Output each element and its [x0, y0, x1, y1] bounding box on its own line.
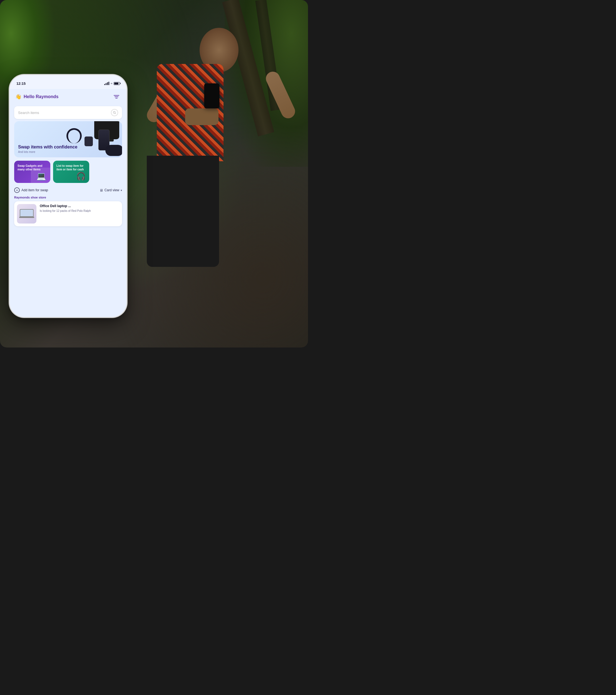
phone-frame: 12:15 ≈ 👋 Hello Raymonds — [10, 75, 126, 317]
category-list-text: List to swap item for item or item for c… — [56, 164, 86, 171]
action-row: + Add item for swap 🖥 Card view ▾ — [10, 185, 126, 194]
svg-point-0 — [114, 112, 115, 114]
person-held-phone — [204, 83, 220, 108]
search-placeholder: Search items — [18, 111, 108, 115]
battery-icon — [114, 82, 120, 85]
app-screen: 👋 Hello Raymonds Search items — [10, 89, 126, 317]
phone-mockup: 12:15 ≈ 👋 Hello Raymonds — [10, 75, 126, 317]
laptop-icon — [20, 209, 34, 219]
filter-icon — [114, 95, 119, 98]
item-desc: Is looking for 12 packs of Red Polo Ralp… — [40, 209, 119, 213]
view-label: Card view — [104, 188, 119, 192]
item-info: Office Dell laptop ... Is looking for 12… — [40, 204, 119, 223]
signal-icon — [104, 82, 109, 85]
search-icon[interactable] — [111, 109, 118, 116]
wifi-icon: ≈ — [110, 82, 112, 85]
greeting-text: Hello Raymonds — [24, 94, 58, 99]
hero-banner: Swap items with confidence And lots more — [14, 121, 122, 157]
category-card-list[interactable]: List to swap item for item or item for c… — [53, 161, 89, 183]
svg-line-1 — [115, 113, 116, 114]
person-pants — [147, 156, 219, 267]
status-bar: 12:15 ≈ — [10, 75, 126, 89]
hero-text: Swap items with confidence And lots more — [14, 140, 122, 157]
person-illustration — [147, 28, 291, 334]
category-gadgets-text: Swap Gadgets and many other items — [18, 164, 47, 171]
item-thumbnail — [17, 204, 36, 223]
wave-emoji: 👋 — [15, 94, 21, 100]
search-bar[interactable]: Search items — [14, 106, 122, 119]
status-icons: ≈ — [104, 82, 120, 85]
greeting-section: 👋 Hello Raymonds — [15, 94, 58, 100]
person-hands — [185, 108, 219, 125]
category-row: Swap Gadgets and many other items 💻 List… — [10, 158, 126, 185]
view-toggle[interactable]: 🖥 Card view ▾ — [100, 188, 122, 192]
add-circle-icon: + — [14, 187, 20, 193]
store-name: Raymonds shoe store — [14, 196, 122, 199]
item-card[interactable]: Office Dell laptop ... Is looking for 12… — [14, 201, 122, 226]
add-item-label: Add item for swap — [21, 188, 48, 192]
item-title: Office Dell laptop ... — [40, 204, 119, 208]
category-card-gadgets[interactable]: Swap Gadgets and many other items 💻 — [14, 161, 50, 183]
filter-button[interactable] — [112, 92, 121, 101]
app-header: 👋 Hello Raymonds — [10, 89, 126, 104]
store-section: Raymonds shoe store Office Dell laptop .… — [10, 194, 126, 228]
status-time: 12:15 — [16, 82, 25, 86]
hero-title: Swap items with confidence — [18, 144, 118, 150]
chevron-down-icon: ▾ — [121, 189, 122, 192]
hero-subtitle: And lots more — [18, 150, 118, 153]
add-item-button[interactable]: + Add item for swap — [14, 187, 48, 193]
monitor-icon: 🖥 — [100, 188, 103, 192]
